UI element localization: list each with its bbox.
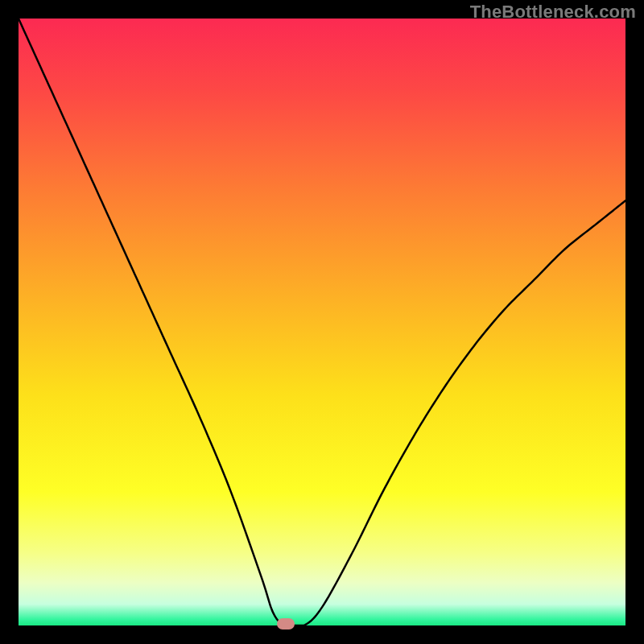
chart-frame: TheBottleneck.com — [0, 0, 644, 644]
bottleneck-chart-svg — [19, 19, 625, 625]
bottleneck-marker — [277, 618, 295, 630]
watermark-text: TheBottleneck.com — [470, 2, 636, 23]
plot-area — [19, 19, 625, 625]
gradient-background — [19, 19, 625, 625]
